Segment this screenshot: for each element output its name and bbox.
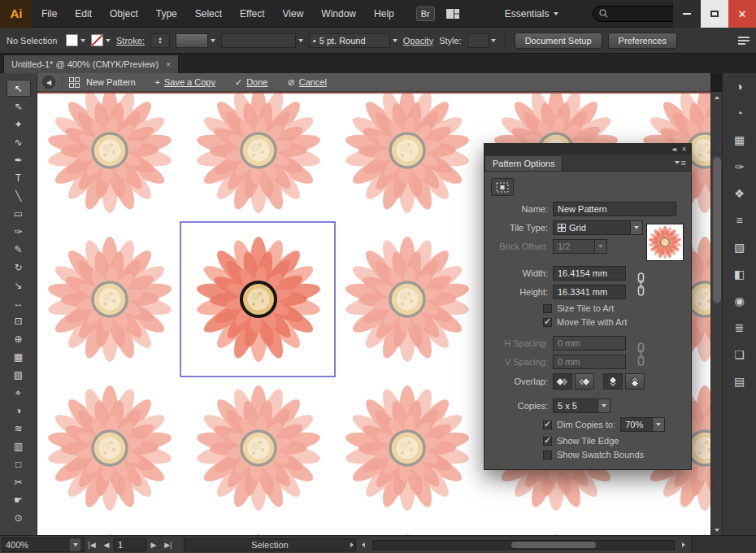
show-swatch-bounds-checkbox[interactable]	[543, 451, 552, 459]
status-display[interactable]: Selection	[184, 538, 356, 551]
style-dropdown[interactable]	[467, 33, 496, 48]
rotate-tool[interactable]: ↻	[7, 259, 31, 276]
opacity-link[interactable]: Opacity	[403, 36, 433, 46]
overlap-btn-1[interactable]	[575, 373, 594, 390]
panel-flyout-menu-icon[interactable]: ≡	[670, 158, 691, 171]
direct-selection-tool[interactable]: ⇖	[7, 98, 31, 115]
scroll-left-button[interactable]	[356, 541, 371, 549]
document-tab[interactable]: Untitled-1* @ 400% (CMYK/Preview) ×	[3, 54, 179, 73]
artboard-number-field[interactable]: 1	[114, 538, 146, 551]
exit-pattern-mode-button[interactable]: ◀	[42, 76, 55, 89]
vertical-scrollbar[interactable]	[710, 92, 722, 535]
eyedropper-tool[interactable]: ⌖	[7, 384, 31, 401]
app-logo[interactable]: Ai	[0, 0, 33, 28]
menu-window[interactable]: Window	[312, 0, 365, 27]
move-tile-with-art-checkbox[interactable]	[543, 318, 552, 327]
menu-edit[interactable]: Edit	[66, 0, 101, 27]
stroke-panel-icon[interactable]: ≡	[728, 210, 751, 231]
artboards-panel-icon[interactable]: ❏	[728, 344, 751, 365]
zoom-tool[interactable]: ⊙	[7, 509, 31, 526]
width-tool[interactable]: ↔	[7, 294, 31, 311]
zoom-dropdown[interactable]: 400%	[2, 538, 85, 552]
gradient-panel-icon[interactable]: ▧	[728, 237, 751, 258]
pattern-tile-tool-button[interactable]	[491, 178, 514, 196]
type-tool[interactable]: T	[7, 169, 31, 186]
line-segment-tool[interactable]: ╲	[7, 187, 31, 204]
arrange-documents-icon[interactable]	[446, 9, 459, 19]
scroll-up-button[interactable]	[711, 92, 722, 102]
stroke-color-dropdown[interactable]	[91, 34, 111, 46]
scroll-down-button[interactable]	[711, 525, 722, 535]
variable-width-dropdown[interactable]	[221, 33, 303, 48]
pattern-options-tab[interactable]: Pattern Options	[484, 155, 563, 171]
layers-panel-icon[interactable]: ≣	[728, 317, 751, 338]
first-artboard-button[interactable]: |◀	[85, 541, 99, 549]
height-input[interactable]: 16.3341 mm	[553, 285, 626, 299]
menu-type[interactable]: Type	[147, 0, 186, 27]
scale-tool[interactable]: ↘	[7, 276, 31, 294]
horizontal-scrollbar[interactable]	[372, 540, 675, 550]
collapse-panel-icon[interactable]: ◂◂	[671, 146, 675, 153]
close-panel-icon[interactable]: ✕	[681, 146, 687, 153]
stroke-weight-stepper[interactable]: ▲▼	[150, 33, 170, 48]
stroke-weight-dropdown[interactable]	[176, 33, 215, 48]
done-button[interactable]: ✓ Done	[235, 77, 268, 88]
brush-definition-dropdown[interactable]: •5 pt. Round	[309, 33, 398, 48]
horizontal-scroll-thumb[interactable]	[511, 542, 596, 548]
pencil-tool[interactable]: ✎	[7, 241, 31, 258]
overlap-btn-3[interactable]	[625, 373, 645, 390]
pen-tool[interactable]: ✒	[7, 151, 31, 168]
dim-copies-checkbox[interactable]	[543, 420, 552, 429]
width-input[interactable]: 16.4154 mm	[553, 266, 626, 281]
close-button[interactable]: ✕	[728, 0, 756, 28]
symbols-panel-icon[interactable]: ❖	[728, 183, 751, 204]
appearance-panel-icon[interactable]: ◉	[728, 290, 751, 311]
next-artboard-button[interactable]: ▶	[146, 541, 161, 549]
menu-object[interactable]: Object	[101, 0, 147, 27]
control-panel-menu-icon[interactable]	[738, 37, 749, 45]
show-tile-edge-checkbox[interactable]	[543, 437, 552, 446]
stroke-link[interactable]: Stroke:	[116, 36, 145, 46]
pattern-tile-art[interactable]	[195, 237, 321, 362]
tile-type-chevron[interactable]	[631, 220, 643, 235]
dim-percent-chevron[interactable]	[653, 417, 665, 432]
tile-type-dropdown[interactable]: Grid	[553, 220, 631, 235]
brushes-panel-icon[interactable]: ✑	[728, 156, 751, 177]
slice-tool[interactable]: ✂	[7, 473, 31, 490]
copies-chevron[interactable]	[598, 398, 610, 413]
workspace-switcher[interactable]: Essentials	[505, 8, 559, 20]
save-a-copy-button[interactable]: + Save a Copy	[155, 77, 215, 87]
symbol-sprayer-tool[interactable]: ≋	[7, 420, 31, 437]
column-graph-tool[interactable]: ▥	[7, 438, 31, 455]
color-panel-icon[interactable]: ◑	[728, 76, 751, 97]
dim-percent-dropdown[interactable]: 70%	[620, 417, 653, 432]
size-tile-to-art-checkbox[interactable]	[543, 304, 552, 313]
scroll-right-button[interactable]	[676, 541, 691, 549]
overlap-btn-2[interactable]	[603, 373, 623, 390]
maximize-button[interactable]	[701, 0, 728, 28]
shape-builder-tool[interactable]: ⊕	[7, 330, 31, 347]
color-guide-panel-icon[interactable]: ◔	[728, 102, 751, 124]
magic-wand-tool[interactable]: ✦	[7, 115, 31, 133]
fill-color-dropdown[interactable]	[66, 34, 85, 46]
pattern-name-input[interactable]: New Pattern	[553, 202, 676, 216]
paintbrush-tool[interactable]: ✑	[7, 223, 31, 240]
mesh-tool[interactable]: ▦	[7, 348, 31, 365]
selection-tool[interactable]: ↖	[7, 80, 31, 97]
asset-export-panel-icon[interactable]: ▤	[728, 371, 751, 392]
tab-close-icon[interactable]: ×	[166, 60, 171, 69]
previous-artboard-button[interactable]: ◀	[99, 541, 114, 549]
cancel-button[interactable]: ⊘ Cancel	[287, 77, 326, 88]
artboard-tool[interactable]: □	[7, 455, 31, 472]
minimize-button[interactable]	[673, 0, 701, 28]
constrain-proportions-icon[interactable]	[636, 272, 646, 298]
overlap-btn-0[interactable]	[553, 373, 572, 390]
last-artboard-button[interactable]: ▶|	[161, 541, 176, 549]
copies-dropdown[interactable]: 5 x 5	[553, 398, 598, 413]
preferences-button[interactable]: Preferences	[608, 33, 677, 49]
rectangle-tool[interactable]: ▭	[7, 205, 31, 222]
free-transform-tool[interactable]: ⊡	[7, 312, 31, 329]
menu-effect[interactable]: Effect	[231, 0, 273, 27]
transparency-panel-icon[interactable]: ◧	[728, 263, 751, 285]
menu-view[interactable]: View	[274, 0, 313, 27]
